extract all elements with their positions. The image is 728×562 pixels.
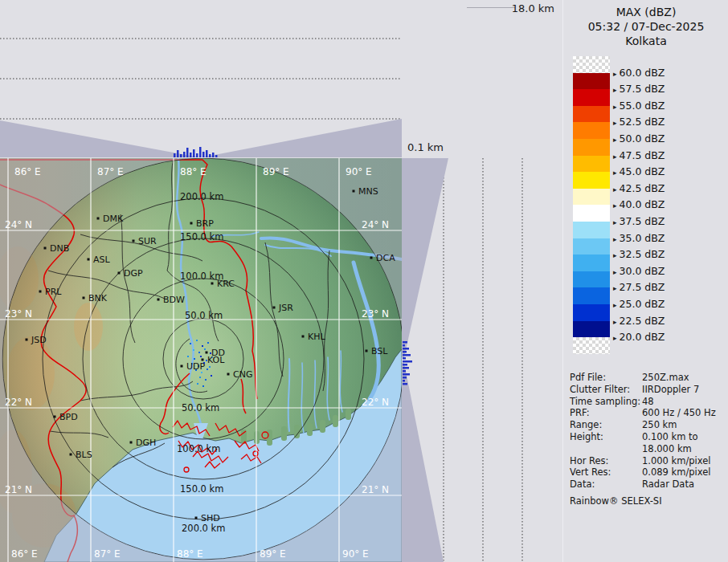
svg-text:200.0 km: 200.0 km: [180, 191, 223, 202]
legend-swatch: [573, 139, 610, 156]
svg-text:CNG: CNG: [233, 369, 252, 380]
product-name: MAX (dBZ): [563, 5, 728, 19]
svg-text:50.0 km: 50.0 km: [182, 402, 219, 413]
svg-text:DGP: DGP: [124, 268, 143, 279]
svg-text:DNB: DNB: [50, 243, 69, 254]
legend-swatch: [573, 321, 610, 338]
svg-text:23° N: 23° N: [5, 308, 32, 320]
legend-label: ▸47.5 dBZ: [613, 149, 665, 161]
legend-label: ▸20.0 dBZ: [613, 331, 665, 343]
metadata-row: Range:250 km: [570, 419, 726, 431]
legend-swatch: [573, 238, 610, 255]
svg-text:21° N: 21° N: [362, 484, 389, 495]
product-metadata: Pdf File:250Z.maxClutter Filter:IIRDoppl…: [570, 372, 726, 507]
svg-text:100.0 km: 100.0 km: [177, 443, 220, 454]
legend-label: ▸27.5 dBZ: [613, 281, 665, 293]
svg-text:BLS: BLS: [76, 450, 92, 460]
legend-label: ▸40.0 dBZ: [613, 198, 665, 210]
svg-text:24° N: 24° N: [5, 219, 32, 230]
svg-text:SHD: SHD: [201, 513, 220, 523]
legend-swatch-checker: [573, 56, 610, 73]
metadata-row: Data:Radar Data: [570, 479, 726, 491]
svg-text:21° N: 21° N: [5, 484, 32, 495]
legend-label: ▸35.0 dBZ: [613, 232, 665, 244]
legend-label: ▸60.0 dBZ: [613, 67, 665, 79]
svg-text:DCA: DCA: [376, 253, 395, 263]
legend-label: ▸22.5 dBZ: [613, 315, 665, 327]
svg-text:200.0 km: 200.0 km: [182, 523, 225, 534]
legend-swatch: [573, 106, 610, 123]
height-scale-min-label: 0.1 km: [407, 141, 444, 153]
legend-swatch: [573, 304, 610, 321]
svg-text:24° N: 24° N: [362, 219, 389, 230]
info-panel: MAX (dBZ) 05:32 / 07-Dec-2025 Kolkata ▸6…: [562, 0, 728, 562]
svg-text:89° E: 89° E: [263, 166, 289, 177]
svg-text:22° N: 22° N: [5, 397, 32, 408]
svg-text:JSR: JSR: [278, 303, 293, 313]
svg-text:KRC: KRC: [217, 279, 235, 289]
svg-text:UDP: UDP: [186, 361, 206, 372]
svg-text:BRP: BRP: [196, 218, 214, 229]
svg-text:50.0 km: 50.0 km: [185, 310, 223, 321]
radar-station-name: Kolkata: [563, 34, 728, 48]
legend-swatch: [573, 222, 610, 238]
svg-text:90° E: 90° E: [342, 548, 369, 560]
svg-text:23° N: 23° N: [362, 308, 389, 320]
svg-text:BSL: BSL: [371, 346, 388, 356]
legend-swatch: [573, 89, 610, 106]
svg-text:86° E: 86° E: [14, 166, 41, 177]
dbz-color-scale: [573, 56, 610, 354]
metadata-row: Vert Res:0.089 km/pixel: [570, 466, 726, 479]
legend-swatch: [573, 189, 610, 206]
legend-label: ▸25.0 dBZ: [613, 298, 665, 310]
svg-text:JSD: JSD: [31, 335, 47, 345]
legend-swatch: [573, 172, 610, 189]
product-title-block: MAX (dBZ) 05:32 / 07-Dec-2025 Kolkata: [563, 5, 728, 48]
legend-swatch: [573, 156, 610, 173]
svg-text:87° E: 87° E: [94, 548, 121, 560]
scale-tick-line: [467, 7, 515, 8]
legend-swatch: [573, 205, 610, 222]
metadata-row: Clutter Filter:IIRDoppler 7: [570, 384, 726, 396]
svg-text:22° N: 22° N: [362, 397, 389, 408]
svg-text:87° E: 87° E: [97, 166, 124, 177]
svg-text:89° E: 89° E: [260, 548, 286, 560]
metadata-row: 18.000 km: [570, 443, 726, 455]
legend-swatch: [573, 122, 610, 139]
svg-text:86° E: 86° E: [11, 548, 38, 560]
height-scale-corner: 18.0 km 0.1 km: [402, 0, 562, 158]
legend-label: ▸52.5 dBZ: [613, 116, 665, 128]
legend-swatch: [573, 255, 610, 271]
legend-label: ▸55.0 dBZ: [613, 100, 665, 112]
svg-text:BDW: BDW: [163, 295, 185, 305]
svg-text:KHL: KHL: [308, 332, 325, 342]
metadata-rows: Pdf File:250Z.maxClutter Filter:IIRDoppl…: [570, 372, 726, 491]
software-brand: Rainbow® SELEX-SI: [570, 495, 726, 507]
product-datetime: 05:32 / 07-Dec-2025: [563, 19, 728, 34]
right-height-profile-panel: [402, 158, 562, 562]
legend-label: ▸42.5 dBZ: [613, 182, 665, 194]
metadata-row: Height:0.100 km to: [570, 431, 726, 443]
metadata-row: Time sampling:48: [570, 396, 726, 408]
metadata-row: PRF:600 Hz / 450 Hz: [570, 407, 726, 419]
svg-text:BNK: BNK: [88, 293, 108, 303]
top-height-profile-panel: [0, 0, 402, 158]
height-scale-max-label: 18.0 km: [512, 2, 554, 14]
svg-text:DMK: DMK: [103, 214, 124, 224]
svg-text:88° E: 88° E: [180, 166, 207, 177]
svg-text:BPD: BPD: [59, 412, 78, 422]
svg-text:ASL: ASL: [93, 255, 111, 265]
legend-label: ▸37.5 dBZ: [613, 215, 665, 227]
svg-text:MNS: MNS: [358, 186, 378, 197]
svg-text:PRL: PRL: [45, 287, 62, 297]
metadata-row: Hor Res:1.000 km/pixel: [570, 455, 726, 467]
legend-label: ▸57.5 dBZ: [613, 83, 665, 95]
legend-label: ▸32.5 dBZ: [613, 248, 665, 260]
svg-text:KOL: KOL: [207, 355, 225, 365]
svg-text:90° E: 90° E: [346, 166, 372, 177]
radar-application-window: 18.0 km 0.1 km: [0, 0, 728, 562]
legend-swatch: [573, 73, 610, 90]
svg-text:88° E: 88° E: [177, 548, 203, 560]
svg-text:DGH: DGH: [136, 438, 156, 448]
legend-swatch: [573, 287, 610, 304]
